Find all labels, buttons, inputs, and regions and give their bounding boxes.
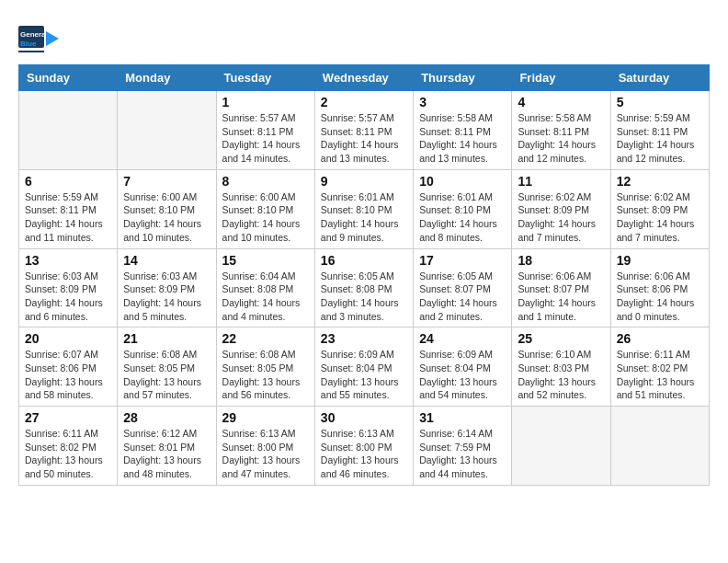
calendar-cell: 22Sunrise: 6:08 AM Sunset: 8:05 PM Dayli… bbox=[216, 327, 314, 407]
day-number: 10 bbox=[419, 174, 506, 189]
day-info: Sunrise: 6:13 AM Sunset: 8:00 PM Dayligh… bbox=[222, 427, 309, 481]
calendar-cell: 27Sunrise: 6:11 AM Sunset: 8:02 PM Dayli… bbox=[19, 407, 118, 486]
calendar-cell: 31Sunrise: 6:14 AM Sunset: 7:59 PM Dayli… bbox=[414, 407, 512, 486]
calendar-cell: 16Sunrise: 6:05 AM Sunset: 8:08 PM Dayli… bbox=[314, 248, 413, 327]
calendar-cell: 14Sunrise: 6:03 AM Sunset: 8:09 PM Dayli… bbox=[118, 248, 216, 327]
day-number: 28 bbox=[123, 410, 210, 425]
day-info: Sunrise: 6:01 AM Sunset: 8:10 PM Dayligh… bbox=[321, 190, 407, 245]
day-header-wednesday: Wednesday bbox=[314, 65, 413, 91]
logo: General Blue bbox=[18, 18, 59, 55]
day-header-saturday: Saturday bbox=[610, 65, 709, 91]
day-info: Sunrise: 6:02 AM Sunset: 8:09 PM Dayligh… bbox=[617, 190, 703, 245]
day-number: 22 bbox=[222, 331, 309, 346]
day-header-tuesday: Tuesday bbox=[216, 65, 314, 91]
day-number: 27 bbox=[25, 410, 111, 425]
day-number: 13 bbox=[25, 253, 111, 268]
day-number: 3 bbox=[419, 95, 506, 109]
day-number: 17 bbox=[419, 253, 506, 268]
day-info: Sunrise: 6:01 AM Sunset: 8:10 PM Dayligh… bbox=[419, 190, 506, 245]
calendar-cell: 29Sunrise: 6:13 AM Sunset: 8:00 PM Dayli… bbox=[216, 407, 314, 486]
day-number: 9 bbox=[321, 174, 407, 189]
calendar-cell bbox=[512, 407, 610, 486]
day-number: 11 bbox=[518, 174, 604, 189]
day-info: Sunrise: 6:10 AM Sunset: 8:03 PM Dayligh… bbox=[518, 348, 604, 402]
calendar-cell: 26Sunrise: 6:11 AM Sunset: 8:02 PM Dayli… bbox=[610, 327, 709, 407]
day-number: 25 bbox=[518, 331, 604, 346]
day-number: 4 bbox=[518, 95, 604, 109]
svg-text:Blue: Blue bbox=[20, 40, 37, 48]
day-number: 14 bbox=[123, 253, 210, 268]
day-number: 12 bbox=[617, 174, 703, 189]
calendar-cell: 23Sunrise: 6:09 AM Sunset: 8:04 PM Dayli… bbox=[314, 327, 413, 407]
calendar-cell bbox=[610, 407, 709, 486]
calendar-cell: 10Sunrise: 6:01 AM Sunset: 8:10 PM Dayli… bbox=[414, 169, 512, 248]
day-info: Sunrise: 5:58 AM Sunset: 8:11 PM Dayligh… bbox=[419, 111, 506, 166]
logo-icon: General Blue bbox=[18, 18, 59, 55]
day-info: Sunrise: 6:00 AM Sunset: 8:10 PM Dayligh… bbox=[222, 190, 309, 245]
calendar-cell: 12Sunrise: 6:02 AM Sunset: 8:09 PM Dayli… bbox=[610, 169, 709, 248]
calendar-cell bbox=[118, 91, 216, 170]
day-info: Sunrise: 6:00 AM Sunset: 8:10 PM Dayligh… bbox=[123, 190, 210, 245]
calendar-cell: 19Sunrise: 6:06 AM Sunset: 8:06 PM Dayli… bbox=[610, 248, 709, 327]
day-info: Sunrise: 6:14 AM Sunset: 7:59 PM Dayligh… bbox=[419, 427, 506, 481]
calendar-cell: 1Sunrise: 5:57 AM Sunset: 8:11 PM Daylig… bbox=[216, 91, 314, 170]
day-number: 23 bbox=[321, 331, 407, 346]
day-info: Sunrise: 6:04 AM Sunset: 8:08 PM Dayligh… bbox=[222, 270, 309, 324]
day-info: Sunrise: 6:09 AM Sunset: 8:04 PM Dayligh… bbox=[419, 348, 506, 402]
day-info: Sunrise: 6:09 AM Sunset: 8:04 PM Dayligh… bbox=[321, 348, 407, 402]
calendar-cell: 11Sunrise: 6:02 AM Sunset: 8:09 PM Dayli… bbox=[512, 169, 610, 248]
day-number: 21 bbox=[123, 331, 210, 346]
day-header-monday: Monday bbox=[118, 65, 216, 91]
day-header-sunday: Sunday bbox=[19, 65, 118, 91]
day-number: 26 bbox=[617, 331, 703, 346]
day-info: Sunrise: 6:05 AM Sunset: 8:07 PM Dayligh… bbox=[419, 270, 506, 324]
calendar-cell: 24Sunrise: 6:09 AM Sunset: 8:04 PM Dayli… bbox=[414, 327, 512, 407]
day-info: Sunrise: 6:05 AM Sunset: 8:08 PM Dayligh… bbox=[321, 270, 407, 324]
calendar-cell: 25Sunrise: 6:10 AM Sunset: 8:03 PM Dayli… bbox=[512, 327, 610, 407]
day-info: Sunrise: 6:03 AM Sunset: 8:09 PM Dayligh… bbox=[123, 270, 210, 324]
day-number: 20 bbox=[25, 331, 111, 346]
day-info: Sunrise: 5:58 AM Sunset: 8:11 PM Dayligh… bbox=[518, 111, 604, 166]
day-info: Sunrise: 6:11 AM Sunset: 8:02 PM Dayligh… bbox=[25, 427, 111, 481]
svg-marker-3 bbox=[46, 31, 59, 46]
day-number: 8 bbox=[222, 174, 309, 189]
day-info: Sunrise: 6:06 AM Sunset: 8:07 PM Dayligh… bbox=[518, 270, 604, 324]
calendar-cell: 17Sunrise: 6:05 AM Sunset: 8:07 PM Dayli… bbox=[414, 248, 512, 327]
day-number: 30 bbox=[321, 410, 407, 425]
day-number: 6 bbox=[25, 174, 111, 189]
day-info: Sunrise: 6:11 AM Sunset: 8:02 PM Dayligh… bbox=[617, 348, 703, 402]
day-number: 16 bbox=[321, 253, 407, 268]
day-number: 18 bbox=[518, 253, 604, 268]
day-info: Sunrise: 6:08 AM Sunset: 8:05 PM Dayligh… bbox=[222, 348, 309, 402]
day-number: 2 bbox=[321, 95, 407, 109]
calendar-cell: 18Sunrise: 6:06 AM Sunset: 8:07 PM Dayli… bbox=[512, 248, 610, 327]
calendar-cell: 8Sunrise: 6:00 AM Sunset: 8:10 PM Daylig… bbox=[216, 169, 314, 248]
calendar-cell: 13Sunrise: 6:03 AM Sunset: 8:09 PM Dayli… bbox=[19, 248, 118, 327]
day-info: Sunrise: 6:07 AM Sunset: 8:06 PM Dayligh… bbox=[25, 348, 111, 402]
calendar-cell: 3Sunrise: 5:58 AM Sunset: 8:11 PM Daylig… bbox=[414, 91, 512, 170]
calendar-cell: 9Sunrise: 6:01 AM Sunset: 8:10 PM Daylig… bbox=[314, 169, 413, 248]
calendar-table: SundayMondayTuesdayWednesdayThursdayFrid… bbox=[18, 64, 710, 486]
day-number: 19 bbox=[617, 253, 703, 268]
calendar-cell: 15Sunrise: 6:04 AM Sunset: 8:08 PM Dayli… bbox=[216, 248, 314, 327]
day-info: Sunrise: 5:57 AM Sunset: 8:11 PM Dayligh… bbox=[222, 111, 309, 166]
day-info: Sunrise: 5:59 AM Sunset: 8:11 PM Dayligh… bbox=[25, 190, 111, 245]
day-header-friday: Friday bbox=[512, 65, 610, 91]
day-info: Sunrise: 5:57 AM Sunset: 8:11 PM Dayligh… bbox=[321, 111, 407, 166]
calendar-cell bbox=[19, 91, 118, 170]
day-info: Sunrise: 5:59 AM Sunset: 8:11 PM Dayligh… bbox=[617, 111, 703, 166]
day-number: 29 bbox=[222, 410, 309, 425]
calendar-cell: 7Sunrise: 6:00 AM Sunset: 8:10 PM Daylig… bbox=[118, 169, 216, 248]
day-number: 7 bbox=[123, 174, 210, 189]
calendar-cell: 30Sunrise: 6:13 AM Sunset: 8:00 PM Dayli… bbox=[314, 407, 413, 486]
day-info: Sunrise: 6:13 AM Sunset: 8:00 PM Dayligh… bbox=[321, 427, 407, 481]
day-header-thursday: Thursday bbox=[414, 65, 512, 91]
calendar-cell: 5Sunrise: 5:59 AM Sunset: 8:11 PM Daylig… bbox=[610, 91, 709, 170]
calendar-cell: 20Sunrise: 6:07 AM Sunset: 8:06 PM Dayli… bbox=[19, 327, 118, 407]
calendar-cell: 4Sunrise: 5:58 AM Sunset: 8:11 PM Daylig… bbox=[512, 91, 610, 170]
day-number: 15 bbox=[222, 253, 309, 268]
day-info: Sunrise: 6:06 AM Sunset: 8:06 PM Dayligh… bbox=[617, 270, 703, 324]
svg-text:General: General bbox=[20, 30, 48, 39]
day-info: Sunrise: 6:03 AM Sunset: 8:09 PM Dayligh… bbox=[25, 270, 111, 324]
day-number: 5 bbox=[617, 95, 703, 109]
